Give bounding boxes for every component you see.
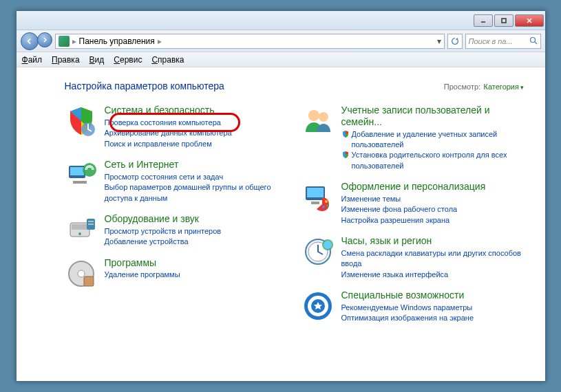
svg-point-14: [78, 270, 85, 277]
close-button[interactable]: [515, 14, 544, 27]
category-link[interactable]: Поиск и исправление проблем: [105, 139, 288, 149]
svg-rect-10: [72, 224, 88, 230]
svg-rect-8: [73, 181, 87, 184]
menu-edit[interactable]: Правка: [52, 55, 80, 65]
back-button[interactable]: [21, 32, 39, 50]
chevron-down-icon[interactable]: ▾: [437, 36, 441, 46]
appearance-icon: [301, 181, 335, 214]
shield-icon: [341, 130, 350, 138]
svg-rect-20: [311, 202, 319, 204]
refresh-button[interactable]: [447, 34, 463, 49]
category-link[interactable]: Проверка состояния компьютера: [105, 118, 288, 128]
category-link[interactable]: Добавление устройства: [105, 237, 288, 247]
category-title[interactable]: Оборудование и звук: [105, 213, 288, 225]
access-icon: [301, 290, 335, 323]
category-title[interactable]: Часы, язык и регион: [341, 235, 525, 247]
category-item: Учетные записи пользователей и семейн...…: [301, 105, 525, 171]
breadcrumb-root[interactable]: Панель управления: [79, 36, 155, 46]
menu-help[interactable]: Справка: [151, 55, 184, 65]
category-title[interactable]: Сеть и Интернет: [105, 159, 288, 171]
view-by-label: Просмотр:: [444, 83, 480, 91]
category-link[interactable]: Удаление программы: [105, 270, 288, 280]
category-link[interactable]: Установка родительского контроля для все…: [341, 150, 525, 171]
maximize-button[interactable]: [494, 14, 514, 27]
category-item: Сеть и Интернет Просмотр состояния сети …: [65, 159, 288, 204]
category-title[interactable]: Учетные записи пользователей и семейн...: [341, 105, 525, 128]
forward-button[interactable]: [37, 32, 52, 47]
category-item: Оформление и персонализация Изменение те…: [301, 181, 525, 226]
category-link[interactable]: Смена раскладки клавиатуры или других сп…: [341, 248, 525, 270]
svg-point-17: [319, 112, 328, 122]
users-icon: [301, 105, 335, 138]
svg-point-22: [326, 204, 329, 207]
category-title[interactable]: Программы: [105, 257, 288, 269]
category-link[interactable]: Оптимизация изображения на экране: [341, 313, 525, 323]
category-title[interactable]: Оформление и персонализация: [341, 181, 525, 193]
minimize-button[interactable]: [474, 14, 493, 27]
categories-left-column: Система и безопасность Проверка состояни…: [65, 105, 288, 324]
svg-rect-6: [70, 167, 84, 175]
category-link[interactable]: Изменение языка интерфейса: [341, 270, 525, 280]
category-title[interactable]: Специальные возможности: [341, 290, 525, 301]
titlebar: [17, 11, 545, 30]
clock-icon: [301, 235, 335, 268]
search-input[interactable]: Поиск в па...: [465, 34, 541, 49]
svg-point-16: [308, 110, 319, 121]
svg-point-23: [322, 206, 325, 208]
category-link[interactable]: Изменение фона рабочего стола: [341, 204, 525, 215]
window: ▸ Панель управления ▸ ▾ Поиск в па... Фа…: [16, 10, 546, 382]
category-item: Программы Удаление программы: [65, 257, 288, 290]
category-title[interactable]: Система и безопасность: [105, 105, 288, 116]
menu-file[interactable]: Файл: [22, 55, 43, 65]
breadcrumb[interactable]: ▸ Панель управления ▸ ▾: [55, 34, 445, 49]
category-item: Оборудование и звук Просмотр устройств и…: [65, 213, 288, 248]
svg-point-7: [83, 163, 96, 177]
svg-line-3: [535, 42, 537, 44]
svg-point-2: [530, 37, 535, 42]
category-link[interactable]: Рекомендуемые Windows параметры: [341, 303, 525, 313]
category-item: Часы, язык и регион Смена раскладки клав…: [301, 235, 525, 280]
page-title: Настройка параметров компьютера: [65, 80, 224, 91]
category-link[interactable]: Просмотр устройств и принтеров: [105, 226, 288, 237]
hardware-icon: [65, 213, 98, 246]
content-area: Настройка параметров компьютера Просмотр…: [17, 67, 545, 381]
category-link[interactable]: Добавление и удаление учетных записей по…: [341, 129, 525, 151]
menu-tools[interactable]: Сервис: [114, 55, 142, 65]
shield-icon: [341, 151, 350, 159]
svg-rect-15: [84, 276, 94, 286]
category-link[interactable]: Архивирование данных компьютера: [105, 128, 288, 138]
svg-rect-19: [307, 188, 324, 197]
nav-bar: ▸ Панель управления ▸ ▾ Поиск в па...: [17, 30, 545, 52]
category-item: Система и безопасность Проверка состояни…: [65, 105, 288, 149]
search-placeholder: Поиск в па...: [469, 37, 513, 45]
network-icon: [65, 159, 98, 192]
chevron-right-icon: ▸: [72, 36, 76, 46]
category-link[interactable]: Просмотр состояния сети и задач: [105, 172, 288, 182]
control-panel-icon: [59, 36, 70, 47]
menu-view[interactable]: Вид: [89, 55, 105, 65]
category-item: Специальные возможности Рекомендуемые Wi…: [301, 290, 525, 324]
view-by-dropdown[interactable]: Категория: [484, 83, 525, 91]
menubar: Файл Правка Вид Сервис Справка: [17, 52, 545, 67]
programs-icon: [65, 257, 98, 290]
svg-rect-1: [502, 19, 506, 23]
category-link[interactable]: Изменение темы: [341, 194, 525, 204]
search-icon: [529, 36, 538, 46]
svg-point-11: [78, 232, 81, 235]
category-link[interactable]: Выбор параметров домашней группы и общег…: [105, 182, 288, 204]
chevron-right-icon: ▸: [158, 36, 162, 46]
category-link[interactable]: Настройка разрешения экрана: [341, 215, 525, 226]
categories-right-column: Учетные записи пользователей и семейн...…: [301, 105, 525, 324]
svg-point-21: [325, 200, 328, 203]
security-icon: [65, 105, 98, 138]
